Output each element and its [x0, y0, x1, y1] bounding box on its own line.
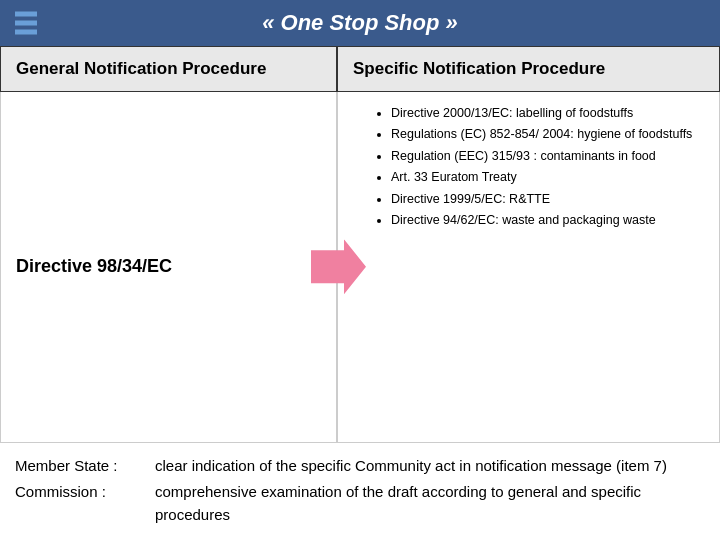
page: « One Stop Shop » General Notification P… [0, 0, 720, 540]
main-content: Directive 98/34/EC Directive 2000/13/EC:… [0, 92, 720, 442]
commission-label: Commission : [15, 481, 155, 526]
icon-bar-1 [15, 12, 37, 17]
general-header: General Notification Procedure [1, 47, 338, 91]
icon-bar-3 [15, 30, 37, 35]
bottom-section: Member State : clear indication of the s… [0, 442, 720, 541]
header-bar: « One Stop Shop » [0, 0, 720, 46]
page-title: « One Stop Shop » [262, 10, 458, 36]
icon-bar-2 [15, 21, 37, 26]
member-state-row: Member State : clear indication of the s… [15, 455, 705, 478]
directive-list: Directive 2000/13/EC: labelling of foods… [373, 104, 692, 232]
bullet-item: Directive 1999/5/EC: R&TTE [391, 190, 692, 209]
bullet-item: Directive 94/62/EC: waste and packaging … [391, 211, 692, 230]
columns-header: General Notification Procedure Specific … [0, 46, 720, 92]
member-state-text: clear indication of the specific Communi… [155, 455, 667, 478]
right-column: Directive 2000/13/EC: labelling of foods… [338, 92, 719, 442]
left-icon [15, 12, 37, 35]
commission-text: comprehensive examination of the draft a… [155, 481, 705, 526]
arrow-shape [311, 239, 366, 294]
bullet-item: Art. 33 Euratom Treaty [391, 168, 692, 187]
specific-header: Specific Notification Procedure [338, 47, 719, 91]
commission-row: Commission : comprehensive examination o… [15, 481, 705, 526]
directive-label: Directive 98/34/EC [16, 256, 172, 277]
bullet-item: Directive 2000/13/EC: labelling of foods… [391, 104, 692, 123]
left-column: Directive 98/34/EC [1, 92, 338, 442]
member-state-label: Member State : [15, 455, 155, 478]
arrow-icon [311, 239, 366, 294]
bullet-item: Regulation (EEC) 315/93 : contaminants i… [391, 147, 692, 166]
bullet-item: Regulations (EC) 852-854/ 2004: hygiene … [391, 125, 692, 144]
